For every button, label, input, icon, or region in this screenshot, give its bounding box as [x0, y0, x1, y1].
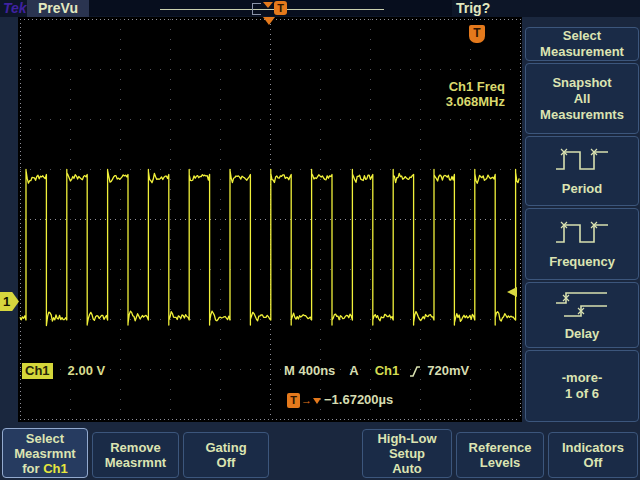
oscilloscope-screen: { "colors": { "page_bg": "#1a273e", "top… — [0, 0, 640, 480]
menu-line: Off — [217, 455, 236, 470]
timebase-readout: M 400ns — [284, 362, 335, 379]
menu-line: Setup — [389, 446, 425, 461]
trigger-t-badge-top: T — [274, 1, 287, 15]
measurement-value: 3.068MHz — [446, 94, 505, 109]
trigger-status-label: Trig? — [456, 0, 490, 17]
menu-line: Off — [584, 455, 603, 470]
channel-badge: Ch1 — [22, 363, 53, 379]
side-menu-period[interactable]: Period — [525, 136, 639, 206]
bottom-menu-indicators[interactable]: Indicators Off — [548, 432, 638, 478]
delay-waveform-icon — [553, 289, 611, 319]
trigger-level-readout: 720mV — [427, 362, 469, 379]
side-menu-frequency[interactable]: Frequency — [525, 208, 639, 280]
side-menu-snapshot-all[interactable]: Snapshot All Measuremnts — [525, 63, 639, 134]
bottom-menu-select-measrmnt[interactable]: Select Measrmnt for Ch1 — [2, 428, 88, 478]
menu-line: Indicators — [562, 440, 624, 455]
trigger-source-label: Ch1 — [375, 362, 400, 379]
side-menu-more[interactable]: -more- 1 of 6 — [525, 350, 639, 422]
trigger-type-label: A — [349, 362, 358, 379]
delay-value: −1.67200µs — [324, 392, 393, 408]
indicator-arrow-icon — [507, 287, 517, 297]
bottom-menu-gating[interactable]: Gating Off — [183, 432, 269, 478]
record-window-bracket — [252, 3, 261, 15]
menu-line: Measurement — [540, 44, 624, 60]
menu-line: 1 of 6 — [565, 386, 599, 402]
menu-line: Select — [26, 431, 64, 446]
menu-line: Gating — [205, 440, 246, 455]
channel-scale: 2.00 V — [68, 362, 106, 379]
horizontal-trigger-readout: M 400ns A Ch1 720mV — [284, 362, 469, 379]
bottom-menu-reference-levels[interactable]: Reference Levels — [456, 432, 544, 478]
menu-line: Select — [563, 28, 601, 44]
measurement-readout: Ch1 Freq 3.068MHz — [446, 79, 505, 109]
menu-line: Measrmnt — [105, 455, 166, 470]
trigger-t-badge: T — [469, 25, 485, 43]
measurement-label: Ch1 Freq — [446, 79, 505, 94]
menu-line: Auto — [392, 461, 422, 476]
menu-line: Period — [562, 181, 602, 197]
period-waveform-icon — [553, 146, 611, 174]
menu-line: Reference — [469, 440, 532, 455]
right-arrow-icon: → — [301, 393, 312, 408]
trigger-position-marker-icon — [263, 2, 273, 8]
menu-line: Levels — [480, 455, 520, 470]
menu-line: Measuremnts — [540, 107, 624, 123]
bottom-menu-high-low-setup[interactable]: High-Low Setup Auto — [362, 429, 452, 478]
trigger-position-arrow-icon — [263, 17, 275, 25]
record-view-line — [160, 9, 384, 10]
menu-line: Remove — [110, 440, 161, 455]
menu-line: Frequency — [549, 254, 615, 270]
tek-logo: Tek — [3, 0, 27, 17]
rising-edge-icon — [409, 364, 421, 378]
menu-line: for Ch1 — [22, 461, 68, 476]
channel1-ground-marker: 1 — [0, 292, 19, 311]
menu-line: -more- — [562, 370, 602, 386]
frequency-waveform-icon — [553, 219, 611, 247]
side-menu-delay[interactable]: Delay — [525, 282, 639, 348]
delay-readout: T → −1.67200µs — [287, 392, 393, 408]
menu-line: Measrmnt — [14, 446, 75, 461]
down-triangle-icon — [313, 398, 321, 404]
channel-readout: Ch1 2.00 V — [22, 362, 105, 379]
side-menu-select-measurement[interactable]: Select Measurement — [525, 27, 639, 61]
bottom-menu-remove-measrmnt[interactable]: Remove Measrmnt — [92, 432, 179, 478]
menu-line: Snapshot — [552, 75, 611, 91]
menu-line: High-Low — [377, 431, 436, 446]
trigger-t-badge-small: T — [287, 393, 300, 408]
acquisition-mode-label: PreVu — [27, 0, 89, 17]
channel-highlight: Ch1 — [43, 461, 68, 476]
menu-line: All — [574, 91, 591, 107]
menu-line: Delay — [565, 326, 600, 342]
